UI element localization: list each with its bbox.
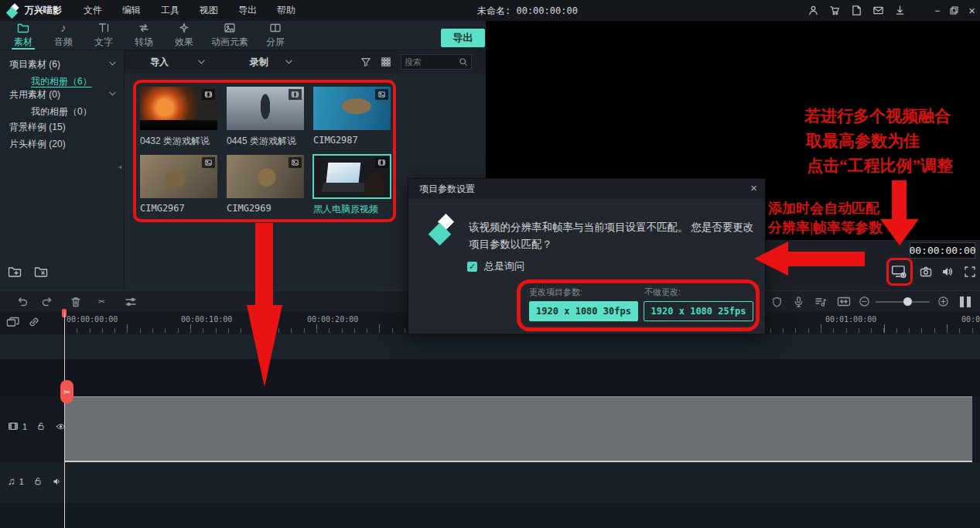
media-item[interactable]: CIMG2967	[140, 155, 217, 214]
timeline-empty-row[interactable]	[0, 503, 980, 528]
adjust-sliders-icon[interactable]	[125, 296, 137, 308]
video-thumbnail	[313, 155, 391, 198]
sidebar-item-my-album-0[interactable]: 我的相册（0）	[0, 104, 124, 119]
tab-media[interactable]: 素材	[3, 21, 43, 50]
match-project-params-button[interactable]: 1920 x 1080 30fps	[529, 301, 638, 321]
audio-detach-icon[interactable]	[814, 296, 827, 308]
tab-transitions[interactable]: 转场	[124, 21, 164, 50]
image-thumbnail	[227, 155, 304, 198]
zoom-slider-track[interactable]	[876, 301, 930, 303]
titlebar: 万兴喵影 文件 编辑 工具 视图 导出 帮助 未命名: 00:00:00:00 …	[0, 0, 980, 21]
tab-elements[interactable]: 动画元素	[204, 21, 255, 50]
filter-icon[interactable]	[360, 57, 371, 67]
fit-timeline-icon[interactable]	[837, 296, 851, 307]
lock-icon[interactable]	[36, 421, 46, 431]
project-settings-icon[interactable]	[891, 264, 908, 279]
audio-track-row[interactable]	[0, 462, 980, 503]
speaker-mute-icon[interactable]	[52, 477, 63, 486]
chevron-down-icon[interactable]	[285, 60, 292, 64]
search-icon[interactable]	[459, 57, 468, 67]
media-item[interactable]: 0432 类游戏解说	[140, 87, 217, 148]
voiceover-mic-icon[interactable]	[793, 296, 804, 308]
video-track-clip-area[interactable]	[64, 396, 972, 462]
playhead-scissors-handle[interactable]: ✂	[60, 380, 73, 403]
record-button[interactable]: 录制	[250, 56, 268, 69]
tab-splitscreen[interactable]: 分屏	[255, 21, 295, 50]
chevron-down-icon[interactable]	[109, 91, 116, 96]
annotation-arrow-down-big-head	[247, 305, 282, 387]
zoom-out-icon[interactable]	[859, 296, 870, 307]
timeline-empty-row[interactable]	[0, 334, 980, 359]
media-item[interactable]: CIMG2987	[313, 87, 391, 146]
menu-export[interactable]: 导出	[238, 4, 257, 17]
undo-icon[interactable]	[16, 296, 29, 308]
menu-edit[interactable]: 编辑	[122, 4, 141, 17]
menu-tools[interactable]: 工具	[161, 4, 179, 17]
mail-icon[interactable]	[872, 5, 884, 16]
store-cart-icon[interactable]	[829, 5, 841, 16]
playhead-line[interactable]	[64, 312, 65, 528]
split-screen-icon	[269, 22, 282, 34]
stacked-clips-icon[interactable]	[6, 316, 20, 328]
app-logo-icon	[6, 4, 20, 18]
account-icon[interactable]	[808, 5, 819, 16]
snapshot-camera-icon[interactable]	[919, 266, 933, 278]
menu-file[interactable]: 文件	[84, 4, 102, 17]
delete-trash-icon[interactable]	[70, 296, 82, 308]
sidebar-item-intro-samples[interactable]: 片头样例 (20)	[0, 136, 124, 152]
close-button[interactable]: ×	[968, 4, 975, 17]
checkbox-label: 总是询问	[484, 259, 524, 273]
dialog-close-icon[interactable]: ×	[750, 181, 757, 194]
menu-view[interactable]: 视图	[200, 4, 218, 17]
export-button[interactable]: 导出	[441, 29, 485, 47]
media-item[interactable]: CIMG2969	[227, 155, 304, 214]
video-badge-icon	[375, 157, 388, 168]
link-clips-icon[interactable]	[28, 316, 40, 328]
annotation-text: 添加时会自动匹配	[768, 199, 879, 218]
volume-icon[interactable]	[941, 266, 954, 278]
collapse-panel-icon[interactable]: ◂	[118, 163, 121, 170]
media-item-name: 黑人电脑原视频	[313, 203, 391, 216]
timeline-empty-row[interactable]	[0, 359, 980, 396]
import-button[interactable]: 导入	[150, 56, 169, 69]
add-folder-icon[interactable]	[8, 266, 22, 278]
sidebar-item-project-media[interactable]: 项目素材 (6)	[0, 57, 124, 72]
always-ask-checkbox[interactable]: ✓ 总是询问	[467, 259, 524, 273]
annotation-arrow-down-small	[892, 180, 907, 219]
delete-folder-icon[interactable]	[34, 266, 48, 278]
sidebar-item-background-samples[interactable]: 背景样例 (15)	[0, 119, 124, 135]
search-input[interactable]	[401, 57, 459, 67]
annotation-text: 分辨率|帧率等参数	[768, 218, 883, 237]
tab-text[interactable]: 文字	[84, 21, 124, 50]
annotation-text: 取最高参数为佳	[806, 130, 920, 152]
document-icon[interactable]	[851, 5, 862, 16]
tab-effects[interactable]: 效果	[164, 21, 204, 50]
media-item-selected[interactable]: 黑人电脑原视频	[313, 155, 391, 216]
menubar: 文件 编辑 工具 视图 导出 帮助	[84, 4, 295, 17]
restore-button[interactable]	[949, 5, 959, 15]
keep-project-params-button[interactable]: 1920 x 1080 25fps	[644, 301, 753, 321]
project-settings-dialog: 项目参数设置 × 该视频的分辨率和帧率与当前项目设置不匹配。 您是否要更改项目参…	[408, 178, 766, 334]
zoom-slider-handle[interactable]	[903, 297, 912, 306]
tab-audio[interactable]: ♪ 音频	[43, 21, 84, 50]
sidebar-item-shared-media[interactable]: 共用素材 (0)	[0, 87, 124, 102]
audio-track-header: ♫ 1	[8, 475, 63, 487]
chevron-down-icon[interactable]	[198, 60, 205, 64]
marker-shield-icon[interactable]	[771, 296, 783, 308]
zoom-in-icon[interactable]	[937, 296, 949, 307]
menu-help[interactable]: 帮助	[277, 4, 295, 17]
annotation-arrow-down-big	[255, 223, 273, 307]
keep-params-label: 不做更改:	[644, 286, 681, 298]
minimize-button[interactable]: −	[934, 5, 940, 16]
panel-bars-icon[interactable]	[959, 297, 971, 307]
filmora-logo-icon	[429, 216, 459, 247]
chevron-down-icon[interactable]	[109, 61, 116, 66]
grid-view-icon[interactable]	[381, 57, 391, 67]
redo-icon[interactable]	[41, 296, 53, 308]
media-item[interactable]: 0445 类游戏解说	[227, 87, 304, 148]
lock-icon[interactable]	[33, 476, 43, 486]
audio-track-number: 1	[19, 477, 24, 486]
download-icon[interactable]	[894, 5, 906, 16]
fullscreen-icon[interactable]	[964, 266, 976, 278]
cut-scissors-icon[interactable]: ✂	[98, 295, 104, 307]
